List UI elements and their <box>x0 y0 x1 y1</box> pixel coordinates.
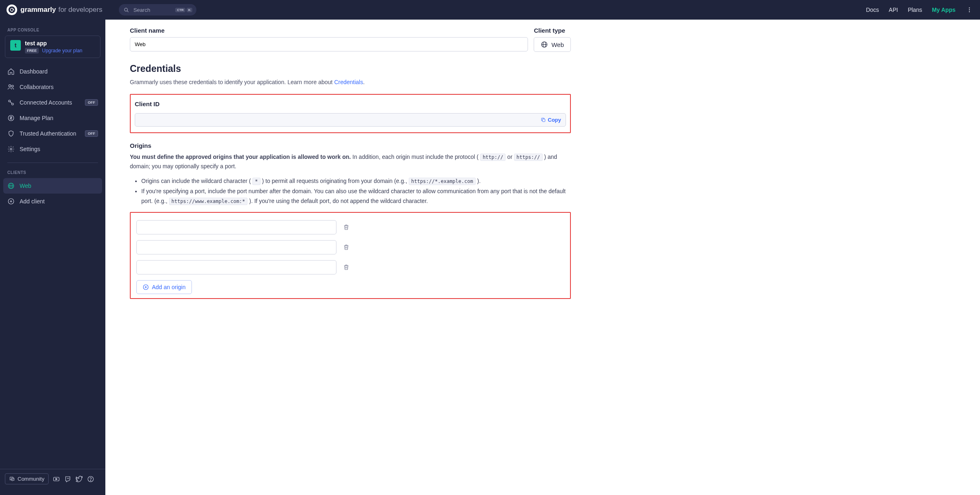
globe-icon <box>7 182 15 190</box>
origin-row <box>136 220 566 234</box>
add-origin-button[interactable]: Add an origin <box>136 280 192 294</box>
origins-desc: You must define the approved origins tha… <box>130 152 571 171</box>
globe-icon <box>541 41 548 48</box>
app-card[interactable]: t test app FREE Upgrade your plan <box>5 36 100 58</box>
origins-bullet-2: If you're specifying a port, include the… <box>141 187 571 206</box>
origin-input-1[interactable] <box>136 220 336 234</box>
sidebar-item-settings[interactable]: Settings <box>0 141 105 157</box>
sidebar-footer: Community <box>0 469 105 488</box>
sidebar-item-label: Settings <box>20 146 40 152</box>
svg-line-2 <box>127 11 129 12</box>
community-label: Community <box>18 476 45 482</box>
grammarly-logo-icon <box>7 4 17 15</box>
credentials-heading: Credentials <box>130 63 571 74</box>
client-id-field: Copy <box>135 113 566 127</box>
client-id-label: Client ID <box>135 100 566 107</box>
gear-icon <box>7 145 15 153</box>
svg-point-1 <box>125 8 128 11</box>
main-content: Client name Client type Web Credentials … <box>105 20 595 495</box>
origin-input-3[interactable] <box>136 260 336 274</box>
svg-point-7 <box>12 85 14 87</box>
top-links: Docs API Plans My Apps <box>866 7 973 13</box>
community-button[interactable]: Community <box>5 473 49 484</box>
sidebar-divider <box>7 163 98 163</box>
origin-row <box>136 240 566 254</box>
twitter-icon[interactable] <box>76 475 83 483</box>
users-icon <box>7 83 15 91</box>
code-https: https:// <box>514 154 543 161</box>
sidebar-item-label: Dashboard <box>20 68 48 75</box>
plus-circle-icon <box>7 198 15 205</box>
svg-point-4 <box>969 9 970 10</box>
help-icon[interactable] <box>87 475 94 483</box>
sidebar-item-label: Connected Accounts <box>20 99 72 106</box>
sidebar-heading-clients: CLIENTS <box>0 169 105 178</box>
sidebar-item-collaborators[interactable]: Collaborators <box>0 79 105 95</box>
client-name-input[interactable] <box>130 37 528 51</box>
brand-suffix: for developers <box>58 6 102 14</box>
svg-rect-26 <box>542 119 545 122</box>
youtube-icon[interactable] <box>53 475 60 483</box>
delete-origin-button[interactable] <box>343 264 350 270</box>
sidebar-item-manage-plan[interactable]: Manage Plan <box>0 110 105 126</box>
credentials-desc: Grammarly uses these credentials to iden… <box>130 78 571 87</box>
off-badge: OFF <box>85 130 98 137</box>
origin-input-2[interactable] <box>136 240 336 254</box>
client-id-highlight: Client ID Copy <box>130 94 571 133</box>
nav-myapps[interactable]: My Apps <box>932 7 956 13</box>
nav-plans[interactable]: Plans <box>908 7 922 13</box>
twitch-icon[interactable] <box>64 475 71 483</box>
nav-api[interactable]: API <box>889 7 898 13</box>
sidebar-item-label: Manage Plan <box>20 115 53 121</box>
credentials-link[interactable]: Credentials <box>334 79 363 85</box>
upgrade-link[interactable]: Upgrade your plan <box>42 48 82 54</box>
plus-circle-icon <box>143 284 149 290</box>
shield-icon <box>7 130 15 137</box>
nav-docs[interactable]: Docs <box>866 7 879 13</box>
svg-point-0 <box>9 7 16 13</box>
origins-highlight: Add an origin <box>130 212 571 299</box>
client-type-value: Web <box>551 41 564 48</box>
origins-bullets: Origins can include the wildcard charact… <box>130 176 571 206</box>
sidebar-item-label: Collaborators <box>20 84 53 90</box>
sidebar-item-connected-accounts[interactable]: Connected Accounts OFF <box>0 95 105 110</box>
origins-heading: Origins <box>130 142 571 149</box>
sidebar-item-label: Add client <box>20 198 45 205</box>
search-input[interactable] <box>134 7 172 13</box>
svg-point-5 <box>969 11 970 12</box>
sidebar-item-label: Trusted Authentication <box>20 130 76 137</box>
sidebar-heading-console: APP CONSOLE <box>0 26 105 36</box>
client-name-label: Client name <box>130 27 528 34</box>
more-menu-button[interactable] <box>965 7 973 13</box>
client-type-box: Web <box>534 37 571 52</box>
delete-origin-button[interactable] <box>343 244 350 250</box>
sidebar-client-web[interactable]: Web <box>3 178 102 194</box>
svg-point-22 <box>90 480 91 481</box>
sidebar: APP CONSOLE t test app FREE Upgrade your… <box>0 20 105 495</box>
logo[interactable]: grammarlyfor developers <box>7 4 102 15</box>
search-box[interactable]: CTR K <box>119 4 196 16</box>
sidebar-add-client[interactable]: Add client <box>0 194 105 209</box>
copy-button[interactable]: Copy <box>541 117 561 123</box>
copy-icon <box>541 117 546 123</box>
sidebar-item-label: Web <box>20 183 31 189</box>
search-shortcut: CTR K <box>175 8 192 12</box>
dollar-icon <box>7 114 15 122</box>
client-type-label: Client type <box>534 27 571 34</box>
origin-row <box>136 260 566 274</box>
code-http: http:// <box>480 154 506 161</box>
off-badge: OFF <box>85 99 98 106</box>
svg-point-3 <box>969 7 970 8</box>
chat-icon <box>9 476 15 482</box>
plan-badge: FREE <box>25 48 39 54</box>
app-name: test app <box>25 40 82 47</box>
svg-point-6 <box>9 85 11 87</box>
brand-name: grammarly <box>20 6 56 14</box>
link-icon <box>7 99 15 106</box>
sidebar-item-dashboard[interactable]: Dashboard <box>0 64 105 79</box>
svg-point-11 <box>10 148 12 150</box>
delete-origin-button[interactable] <box>343 224 350 230</box>
sidebar-item-trusted-auth[interactable]: Trusted Authentication OFF <box>0 126 105 141</box>
top-nav: grammarlyfor developers CTR K Docs API P… <box>0 0 980 20</box>
app-initial-badge: t <box>10 40 21 51</box>
